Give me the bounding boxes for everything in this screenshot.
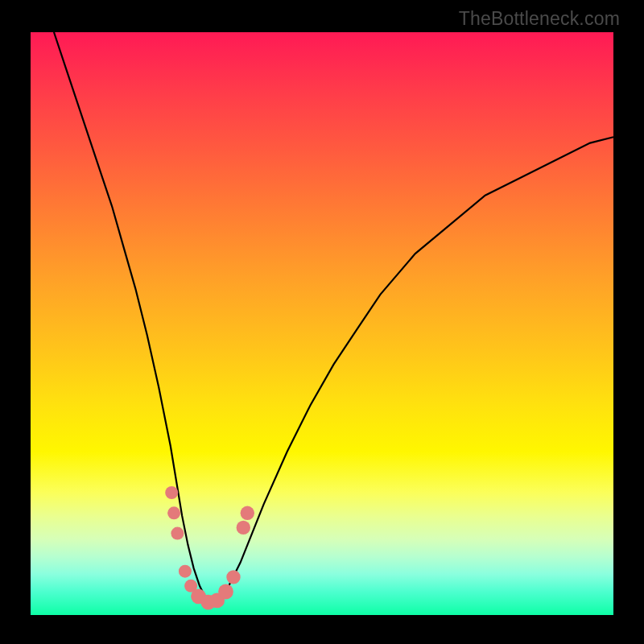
curve-marker (218, 584, 233, 600)
chart-svg (31, 32, 613, 615)
curve-marker (165, 486, 178, 499)
curve-marker (179, 565, 192, 578)
curve-marker (171, 527, 184, 540)
curve-markers (165, 486, 254, 609)
bottleneck-curve (54, 32, 613, 604)
chart-frame: TheBottleneck.com (0, 0, 644, 644)
attribution-text: TheBottleneck.com (459, 8, 620, 30)
curve-marker (226, 570, 240, 584)
curve-marker (241, 506, 254, 520)
curve-marker (237, 521, 250, 535)
curve-marker (167, 506, 180, 519)
plot-area (31, 32, 613, 615)
